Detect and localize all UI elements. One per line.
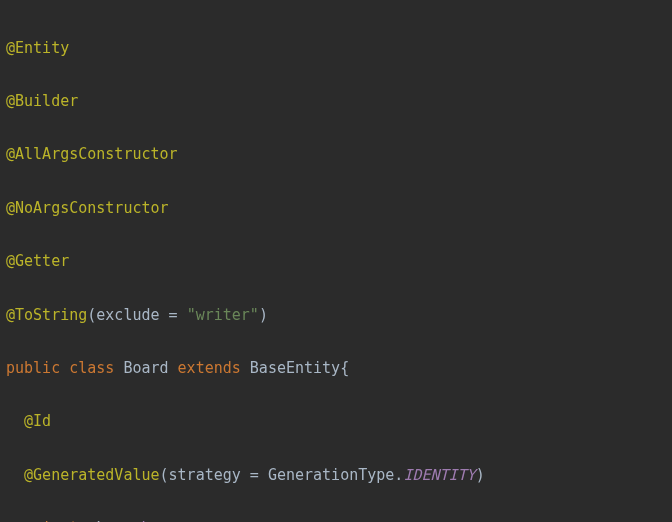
punct: ( bbox=[87, 306, 96, 324]
param-name: exclude bbox=[96, 306, 159, 324]
code-line: @NoArgsConstructor bbox=[6, 195, 666, 222]
class-ref: GenerationType bbox=[268, 466, 394, 484]
punct: ) bbox=[259, 306, 268, 324]
code-line: @Id bbox=[6, 408, 666, 435]
annotation: @Builder bbox=[6, 92, 78, 110]
annotation: @Id bbox=[24, 412, 51, 430]
string-literal: "writer" bbox=[187, 306, 259, 324]
keyword: extends bbox=[178, 359, 241, 377]
param-name: strategy bbox=[169, 466, 241, 484]
code-line: @ToString(exclude = "writer") bbox=[6, 302, 666, 329]
annotation: @GeneratedValue bbox=[24, 466, 159, 484]
code-line: @GeneratedValue(strategy = GenerationTyp… bbox=[6, 462, 666, 489]
punct: = bbox=[160, 306, 187, 324]
keyword: public bbox=[6, 359, 60, 377]
annotation: @AllArgsConstructor bbox=[6, 145, 178, 163]
code-line: @Entity bbox=[6, 35, 666, 62]
code-line: @Getter bbox=[6, 248, 666, 275]
enum-const: IDENTITY bbox=[403, 466, 475, 484]
code-line: @Builder bbox=[6, 88, 666, 115]
code-line: @AllArgsConstructor bbox=[6, 141, 666, 168]
punct: { bbox=[340, 359, 349, 377]
annotation: @Getter bbox=[6, 252, 69, 270]
code-line: public class Board extends BaseEntity{ bbox=[6, 355, 666, 382]
annotation: @Entity bbox=[6, 39, 69, 57]
class-name: Board bbox=[123, 359, 168, 377]
code-line: private Long bno; bbox=[6, 515, 666, 522]
annotation: @NoArgsConstructor bbox=[6, 199, 169, 217]
keyword: class bbox=[69, 359, 114, 377]
annotation: @ToString bbox=[6, 306, 87, 324]
code-editor[interactable]: @Entity @Builder @AllArgsConstructor @No… bbox=[0, 0, 672, 522]
class-ref: BaseEntity bbox=[250, 359, 340, 377]
punct: ( bbox=[160, 466, 169, 484]
punct: = bbox=[241, 466, 268, 484]
punct: ) bbox=[476, 466, 485, 484]
